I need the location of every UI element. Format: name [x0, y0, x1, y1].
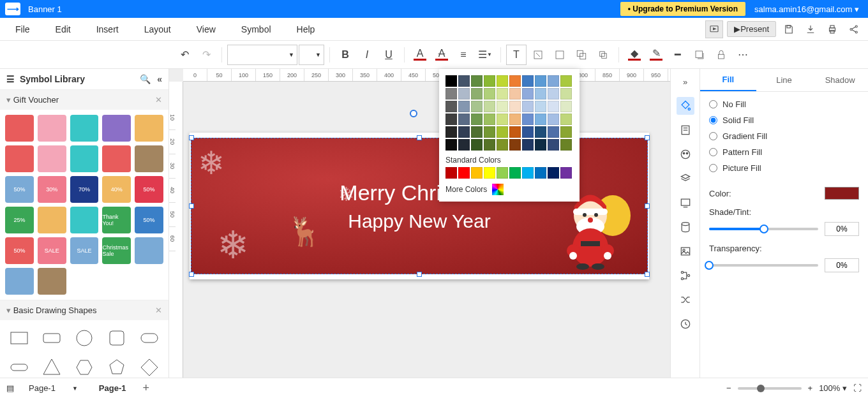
slideshow-icon[interactable] — [705, 20, 723, 38]
selection-handle[interactable] — [417, 272, 422, 277]
color-swatch[interactable] — [560, 88, 572, 100]
tree-panel-icon[interactable] — [677, 267, 694, 284]
share-icon[interactable] — [845, 20, 863, 38]
upgrade-button[interactable]: • Upgrade to Premium Version — [620, 2, 745, 16]
color-swatch[interactable] — [548, 139, 559, 151]
color-swatch[interactable] — [548, 126, 559, 138]
selection-handle[interactable] — [417, 135, 422, 140]
font-family-select[interactable]: ▼ — [227, 45, 297, 65]
voucher-shape[interactable]: 50% — [5, 237, 34, 264]
shape-outline-button[interactable] — [528, 45, 548, 65]
color-swatch[interactable] — [497, 101, 508, 112]
voucher-shape[interactable]: SALE — [38, 237, 66, 264]
close-icon[interactable]: ✕ — [155, 95, 162, 105]
color-swatch[interactable] — [471, 167, 483, 179]
shape-fill-button[interactable] — [550, 45, 570, 65]
color-swatch[interactable] — [509, 114, 521, 125]
basic-shape[interactable] — [5, 325, 34, 351]
page-panel-icon[interactable] — [677, 121, 694, 139]
voucher-shape[interactable]: 70% — [70, 176, 99, 203]
fill-option-pattern-fill[interactable]: Pattern Fill — [709, 147, 859, 157]
color-swatch[interactable] — [458, 88, 470, 100]
color-swatch[interactable] — [458, 167, 470, 179]
color-swatch[interactable] — [471, 88, 483, 100]
voucher-shape[interactable] — [102, 115, 131, 142]
color-swatch[interactable] — [497, 167, 508, 179]
print-icon[interactable] — [823, 20, 841, 38]
color-swatch[interactable] — [497, 126, 508, 138]
pages-icon[interactable]: ▤ — [6, 383, 14, 393]
voucher-shape[interactable] — [135, 237, 163, 264]
color-swatch[interactable] — [458, 75, 470, 87]
color-swatch[interactable] — [535, 114, 546, 125]
voucher-shape[interactable] — [70, 115, 99, 142]
add-page-button[interactable]: + — [142, 381, 149, 395]
group-button[interactable] — [571, 45, 592, 65]
more-button[interactable]: ⋯ — [733, 45, 753, 65]
color-swatch[interactable] — [497, 88, 508, 100]
data-panel-icon[interactable] — [677, 218, 694, 236]
fill-option-no-fill[interactable]: No Fill — [709, 100, 859, 109]
voucher-shape[interactable]: 50% — [135, 176, 163, 203]
present-button[interactable]: ▶Present — [727, 21, 776, 37]
undo-button[interactable]: ↶ — [174, 45, 195, 65]
voucher-shape[interactable] — [38, 268, 66, 295]
voucher-shape[interactable] — [135, 115, 163, 142]
color-swatch[interactable] — [458, 114, 470, 125]
selection-handle[interactable] — [645, 135, 650, 140]
canvas-page[interactable]: ❄ ❄ ❄ ❄ 🦌 Merry Christmas Happy New Year — [190, 133, 649, 279]
shade-slider[interactable] — [709, 228, 818, 230]
history-panel-icon[interactable] — [677, 315, 694, 333]
voucher-shape[interactable] — [38, 115, 66, 142]
voucher-shape[interactable]: Christmas Sale — [102, 237, 131, 264]
color-swatch[interactable] — [458, 139, 470, 151]
color-swatch[interactable] — [522, 75, 534, 87]
page-tab[interactable]: Page-1 — [93, 381, 133, 395]
color-swatch[interactable] — [522, 126, 534, 138]
color-swatch[interactable] — [471, 139, 483, 151]
voucher-shape[interactable] — [135, 145, 163, 172]
color-swatch[interactable] — [497, 75, 508, 87]
voucher-shape[interactable]: 30% — [38, 176, 66, 203]
basic-shape[interactable] — [102, 325, 131, 351]
color-swatch[interactable] — [825, 187, 859, 200]
shade-input[interactable] — [825, 222, 859, 236]
align-button[interactable]: ≡ — [453, 45, 474, 65]
color-swatch[interactable] — [535, 88, 546, 100]
color-swatch[interactable] — [560, 139, 572, 151]
color-swatch[interactable] — [471, 75, 483, 87]
color-swatch[interactable] — [484, 126, 495, 138]
color-swatch[interactable] — [484, 167, 495, 179]
line-style-button[interactable]: ━ — [668, 45, 688, 65]
color-swatch[interactable] — [548, 114, 559, 125]
color-swatch[interactable] — [484, 75, 495, 87]
basic-shape[interactable] — [5, 355, 34, 380]
color-swatch[interactable] — [497, 114, 508, 125]
group-basic-shapes-header[interactable]: ▾ Basic Drawing Shapes ✕ — [0, 300, 168, 320]
basic-shape[interactable] — [135, 325, 163, 351]
color-swatch[interactable] — [522, 101, 534, 112]
italic-button[interactable]: I — [357, 45, 377, 65]
color-swatch[interactable] — [509, 75, 521, 87]
voucher-shape[interactable]: 40% — [102, 176, 131, 203]
app-logo[interactable]: ⟶ — [5, 3, 20, 15]
line-spacing-button[interactable]: ☰▼ — [475, 45, 495, 65]
shadow-tool-button[interactable] — [689, 45, 710, 65]
menu-symbol[interactable]: Symbol — [236, 20, 276, 38]
color-swatch[interactable] — [509, 88, 521, 100]
more-colors-label[interactable]: More Colors — [445, 185, 487, 194]
color-swatch[interactable] — [548, 88, 559, 100]
voucher-shape[interactable]: 50% — [135, 207, 163, 233]
voucher-shape[interactable] — [38, 145, 66, 172]
lock-button[interactable] — [711, 45, 731, 65]
basic-shape[interactable] — [38, 355, 66, 380]
transparency-input[interactable] — [825, 258, 859, 272]
color-swatch[interactable] — [445, 88, 457, 100]
underline-button[interactable]: U — [378, 45, 399, 65]
font-size-select[interactable]: ▼ — [299, 45, 324, 65]
rotation-handle[interactable] — [410, 110, 417, 117]
selection-handle[interactable] — [189, 203, 194, 209]
fullscreen-button[interactable]: ⛶ — [853, 383, 862, 393]
shuffle-panel-icon[interactable] — [677, 291, 694, 309]
group-gift-voucher-header[interactable]: ▾ Gift Voucher ✕ — [0, 90, 168, 110]
